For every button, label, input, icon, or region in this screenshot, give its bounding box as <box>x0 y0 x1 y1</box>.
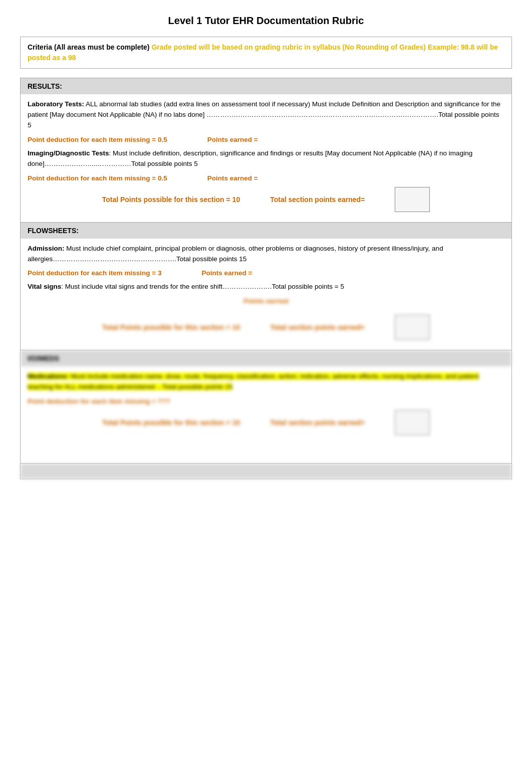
bottom-section <box>20 464 512 479</box>
results-header: RESULTS: <box>21 78 511 94</box>
results-total-row: Total Points possible for this section =… <box>28 187 504 212</box>
vital-total-earned-blurred: Total section points earned= <box>270 323 365 331</box>
iomeds-header: I/O/MEDS <box>21 350 511 366</box>
lab-deduction-text: Point deduction for each item missing = … <box>28 136 167 143</box>
vital-points-earned-blurred: Points earned <box>243 297 288 305</box>
flowsheets-section: FLOWSHEETS: Admission: Must include chie… <box>20 223 512 351</box>
admission-text: Admission: Must include chief complaint,… <box>28 244 504 265</box>
vital-total-possible-blurred: Total Points possible for this section =… <box>102 323 240 331</box>
imaging-points-earned: Points earned = <box>207 174 258 182</box>
iomeds-total-row: Total Points possible for this section =… <box>28 410 504 435</box>
admission-deduction-row: Point deduction for each item missing = … <box>28 269 504 277</box>
imaging-tests-label: Imaging/Diagnostic Tests <box>28 149 109 157</box>
results-total-earned: Total section points earned= <box>270 196 365 204</box>
results-total-input[interactable] <box>395 187 430 212</box>
imaging-deduction-row: Point deduction for each item missing = … <box>28 174 504 182</box>
admission-body: Must include chief complaint, principal … <box>28 245 443 263</box>
imaging-tests-text: Imaging/Diagnostic Tests: Must include d… <box>28 148 504 169</box>
admission-label: Admission: <box>28 245 65 252</box>
lab-points-earned: Points earned = <box>207 136 258 143</box>
flowsheets-content: Admission: Must include chief complaint,… <box>21 239 511 350</box>
vital-signs-label: Vital signs <box>28 283 61 290</box>
iomeds-deduction-row: Point deduction for each item missing = … <box>28 398 504 405</box>
lab-deduction-row: Point deduction for each item missing = … <box>28 136 504 143</box>
iomeds-deduction-text: Point deduction for each item missing = … <box>28 398 170 405</box>
iomeds-highlight-text: Medications: Must include medication nam… <box>28 371 504 393</box>
admission-points-earned: Points earned = <box>201 269 252 277</box>
lab-tests-body: ALL abnormal lab studies (add extra line… <box>28 100 500 129</box>
admission-deduction-text: Point deduction for each item missing = … <box>28 269 161 277</box>
iomeds-section: I/O/MEDS Medications: Must include medic… <box>20 350 512 464</box>
iomeds-total-earned: Total section points earned= <box>270 419 365 427</box>
iomeds-highlighted: Medications: Must include medication nam… <box>28 372 479 391</box>
results-section: RESULTS: Laboratory Tests: ALL abnormal … <box>20 78 512 223</box>
criteria-prefix: Criteria (All areas must be complete) <box>28 43 151 51</box>
vital-blurred-row: Points earned Total Points possible for … <box>28 297 504 340</box>
lab-tests-text: Laboratory Tests: ALL abnormal lab studi… <box>28 99 504 131</box>
lab-tests-label: Laboratory Tests: <box>28 100 84 108</box>
imaging-deduction-text: Point deduction for each item missing = … <box>28 174 167 182</box>
criteria-box: Criteria (All areas must be complete) Gr… <box>20 37 512 69</box>
iomeds-content: Medications: Must include medication nam… <box>21 366 511 463</box>
iomeds-total-input[interactable] <box>395 410 430 435</box>
results-total-possible: Total Points possible for this section =… <box>102 196 240 204</box>
page-title: Level 1 Tutor EHR Documentation Rubric <box>20 15 512 27</box>
vital-signs-body: : Must include vital signs and trends fo… <box>61 283 344 290</box>
bottom-header <box>21 464 511 479</box>
vital-total-input[interactable] <box>395 315 430 340</box>
vital-signs-text: Vital signs: Must include vital signs an… <box>28 282 504 292</box>
results-content: Laboratory Tests: ALL abnormal lab studi… <box>21 94 511 222</box>
medications-label: Medications: <box>28 372 69 380</box>
iomeds-total-possible: Total Points possible for this section =… <box>102 419 240 427</box>
flowsheets-header: FLOWSHEETS: <box>21 223 511 239</box>
